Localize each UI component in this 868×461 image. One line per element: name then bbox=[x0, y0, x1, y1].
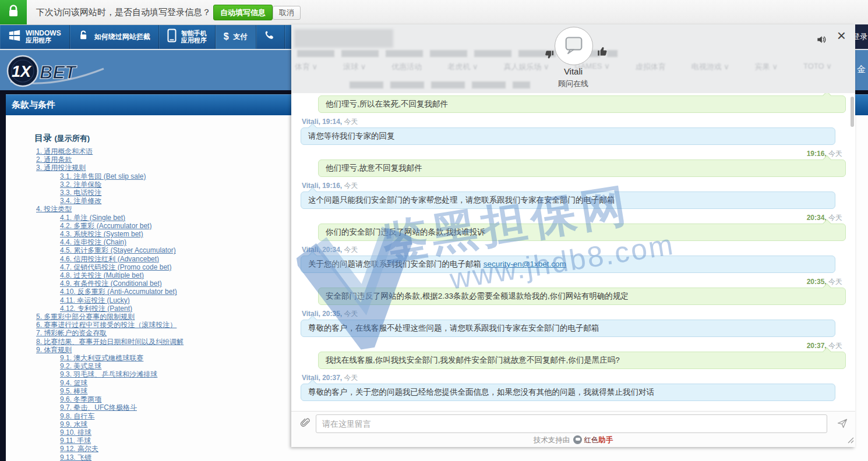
header-right-partial-text: 金 bbox=[857, 64, 866, 75]
send-icon[interactable] bbox=[837, 417, 848, 431]
logo-1x-text: 1X bbox=[12, 63, 32, 80]
smartphone-apps-link[interactable]: 智能手机 应用程序 bbox=[159, 24, 216, 49]
support-brand-part2[interactable]: 助手 bbox=[598, 436, 613, 444]
message-input[interactable] bbox=[316, 414, 827, 433]
agent-message-meta: Vitali, 19:14, 今天 bbox=[302, 118, 845, 126]
agent-message-meta: Vitali, 20:37, 今天 bbox=[302, 374, 845, 382]
toc-show-all[interactable]: (显示所有) bbox=[54, 134, 90, 143]
chat-footer: 技术支持由红色助手 bbox=[291, 435, 855, 445]
attachment-icon[interactable] bbox=[299, 417, 311, 431]
smartphone-apps-line2: 应用程序 bbox=[181, 37, 207, 44]
chat-bubble-agent: 尊敬的客户，在线客服不处理这些问题，请您联系跟我们专家在安全部门的电子邮箱 bbox=[301, 320, 835, 337]
windows-apps-line1: WINDOWS bbox=[26, 30, 61, 37]
screen: 下次访问该网站时，是否自动填写登录信息？ 自动填写信息 取消 WINDOWS 应… bbox=[0, 0, 868, 461]
chat-bubble-agent: 尊敬的客户，关于您的问题我已经给您提供全面信息，如果您没有其他的问题，我就得禁止… bbox=[301, 384, 835, 401]
payments-label: 支付 bbox=[234, 32, 248, 42]
windows-icon bbox=[8, 29, 21, 44]
toc-item[interactable]: 9.13. 飞镖 bbox=[36, 453, 868, 461]
user-message-meta: 20:34, 今天 bbox=[302, 214, 842, 222]
thumbs-down-icon[interactable] bbox=[544, 49, 555, 62]
user-message-meta: 20:37, 今天 bbox=[302, 342, 842, 350]
logo-bet-text: BET bbox=[40, 62, 77, 83]
chat-bubble-user: 安全部门违反了网站的条款,根据2.33条款必需要全额退款给我的,你们网站有明确的… bbox=[318, 288, 846, 305]
smartphone-icon bbox=[167, 29, 177, 45]
smartphone-apps-line1: 智能手机 bbox=[181, 30, 207, 37]
toc-title: 目录 bbox=[34, 133, 52, 143]
chat-bubble-agent: 请您等待我们专家的回复 bbox=[301, 127, 835, 145]
unlock-icon bbox=[78, 29, 90, 44]
resize-handle[interactable] bbox=[847, 435, 854, 446]
chat-header: 体育 ∨滚球 ∨优惠活动老虎机 ∨真人娱乐场 ∨GAMES ∨虚拟体育电视游戏 … bbox=[291, 24, 855, 93]
agent-name: Vitali bbox=[291, 66, 855, 76]
windows-apps-line2: 应用程序 bbox=[26, 37, 61, 44]
cancel-button[interactable]: 取消 bbox=[273, 6, 301, 20]
security-email-link[interactable]: security-en@1xbet.com bbox=[484, 260, 566, 268]
chat-input-area: 技术支持由红色助手 bbox=[291, 411, 855, 447]
phone-contact-link[interactable] bbox=[256, 24, 285, 49]
background-blur-tile bbox=[294, 29, 393, 48]
agent-avatar bbox=[555, 27, 593, 65]
phone-icon bbox=[264, 30, 276, 44]
sound-icon[interactable] bbox=[816, 34, 827, 48]
chat-window: 体育 ∨滚球 ∨优惠活动老虎机 ∨真人娱乐场 ∨GAMES ∨虚拟体育电视游戏 … bbox=[291, 24, 855, 447]
lock-tile bbox=[0, 0, 27, 24]
speech-bubble-icon bbox=[562, 33, 585, 59]
close-icon[interactable]: × bbox=[837, 28, 846, 43]
support-prefix: 技术支持由 bbox=[534, 436, 570, 444]
agent-message-meta: Vitali, 20:35, 今天 bbox=[302, 310, 845, 318]
user-message-meta: 20:35, 今天 bbox=[302, 278, 842, 286]
chat-bubble-user: 我找在线客服,你叫我找安全部门,我发邮件安全部门就故意不回复邮件,你们是黑庄吗? bbox=[318, 352, 846, 369]
agent-status: 顾问在线 bbox=[291, 79, 855, 89]
chat-bubble-agent: 这个问题只能我们安全部门的专家帮您处理，请您联系跟我们专家在安全部门的电子邮箱 bbox=[301, 192, 835, 209]
site-logo[interactable]: 1X BET bbox=[5, 54, 107, 92]
chat-bubble-user: 他们理亏,故意不回复我邮件 bbox=[318, 159, 846, 177]
lock-icon bbox=[8, 5, 19, 20]
chat-bubble-agent: 关于您的问题请您联系到我们安全部门的电子邮箱 security-en@1xbet… bbox=[301, 256, 835, 273]
payments-link[interactable]: $ 支付 bbox=[216, 24, 256, 49]
agent-message-meta: Vitali, 20:34, 今天 bbox=[302, 246, 845, 254]
chat-messages: 他们理亏,所以在装死,不回复我邮件Vitali, 19:14, 今天请您等待我们… bbox=[291, 93, 855, 412]
chat-scrollbar[interactable] bbox=[851, 97, 854, 127]
user-message-meta: 19:16, 今天 bbox=[302, 150, 842, 158]
chat-bubble-user: 他们理亏,所以在装死,不回复我邮件 bbox=[318, 95, 846, 113]
dollar-icon: $ bbox=[224, 31, 229, 42]
autofill-notification-bar: 下次访问该网站时，是否自动填写登录信息？ 自动填写信息 取消 bbox=[0, 0, 868, 25]
bypass-block-link[interactable]: 如何绕过网站拦截 bbox=[70, 24, 159, 49]
thumbs-up-icon[interactable] bbox=[597, 45, 609, 60]
autofill-message: 下次访问该网站时，是否自动填写登录信息？ bbox=[36, 0, 211, 24]
chat-bubble-user: 你们的安全部门违反了网站的条款,我找谁投诉 bbox=[318, 224, 846, 241]
agent-message-meta: Vitali, 19:16, 今天 bbox=[302, 182, 845, 190]
windows-apps-link[interactable]: WINDOWS 应用程序 bbox=[0, 24, 70, 49]
autofill-button[interactable]: 自动填写信息 bbox=[213, 5, 273, 20]
redhelper-icon bbox=[573, 435, 582, 444]
bypass-block-label: 如何绕过网站拦截 bbox=[94, 32, 150, 42]
support-brand-part1[interactable]: 红色 bbox=[584, 436, 598, 444]
